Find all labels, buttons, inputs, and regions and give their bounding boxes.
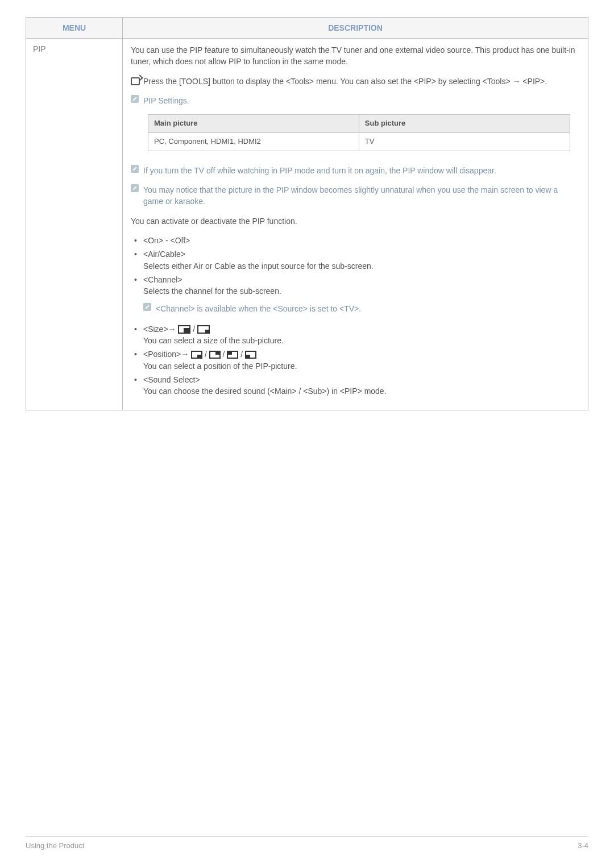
activate-text: You can activate or deactivate the PIP f… bbox=[131, 215, 580, 227]
footer-left: Using the Product bbox=[26, 841, 84, 850]
sub-picture-value: TV bbox=[359, 133, 570, 151]
sub-picture-header: Sub picture bbox=[359, 115, 570, 133]
note-tv-off-text: If you turn the TV off while watching in… bbox=[143, 165, 496, 176]
channel-sub-note: <Channel> is available when the <Source>… bbox=[131, 303, 580, 314]
channel-sub-note-text: <Channel> is available when the <Source>… bbox=[156, 303, 361, 314]
pip-settings-row: PIP Settings. bbox=[131, 95, 580, 106]
main-picture-value: PC, Component, HDMI1, HDMI2 bbox=[148, 133, 359, 151]
options-list-2: <Size>→ / You can select a size of the s… bbox=[131, 323, 580, 397]
footer-right: 3-4 bbox=[578, 841, 588, 850]
options-list: <On> - <Off> <Air/Cable> Selects either … bbox=[131, 235, 580, 297]
aircable-desc: Selects either Air or Cable as the input… bbox=[143, 261, 374, 271]
list-item: <Air/Cable> Selects either Air or Cable … bbox=[131, 248, 580, 272]
channel-title: <Channel> bbox=[143, 275, 182, 284]
tools-note-text: Press the [TOOLS] button to display the … bbox=[143, 77, 547, 86]
table-row: PIP You can use the PIP feature to simul… bbox=[26, 39, 588, 410]
list-item: <Size>→ / You can select a size of the s… bbox=[131, 323, 580, 347]
sound-select-title: <Sound Select> bbox=[143, 375, 200, 384]
onoff-label: <On> - <Off> bbox=[143, 236, 190, 245]
list-item: <Sound Select> You can choose the desire… bbox=[131, 374, 580, 397]
menu-cell: PIP bbox=[26, 39, 123, 410]
info-icon bbox=[131, 95, 139, 103]
note-tv-off: If you turn the TV off while watching in… bbox=[131, 165, 580, 176]
note-unnatural: You may notice that the picture in the P… bbox=[131, 184, 580, 207]
size-prefix: <Size>→ bbox=[143, 325, 176, 334]
position-prefix: <Position>→ bbox=[143, 350, 189, 359]
list-item: <Channel> Selects the channel for the su… bbox=[131, 274, 580, 297]
tools-icon bbox=[131, 77, 140, 85]
position-bottom-left-icon bbox=[245, 351, 256, 359]
info-icon bbox=[131, 165, 139, 173]
info-icon bbox=[143, 303, 151, 311]
size-desc: You can select a size of the sub-picture… bbox=[143, 336, 284, 345]
pip-settings-label: PIP Settings. bbox=[143, 95, 189, 106]
size-small-icon bbox=[197, 325, 210, 334]
info-icon bbox=[131, 184, 139, 192]
position-top-right-icon bbox=[209, 351, 221, 359]
note-unnatural-text: You may notice that the picture in the P… bbox=[143, 184, 580, 207]
col-menu-header: MENU bbox=[26, 18, 123, 39]
sound-select-desc: You can choose the desired sound (<Main>… bbox=[143, 387, 387, 396]
intro-paragraph: You can use the PIP feature to simultane… bbox=[131, 44, 580, 68]
channel-desc: Selects the channel for the sub-screen. bbox=[143, 286, 281, 296]
description-cell: You can use the PIP feature to simultane… bbox=[123, 39, 588, 410]
position-desc: You can select a position of the PIP-pic… bbox=[143, 362, 297, 371]
col-description-header: DESCRIPTION bbox=[123, 18, 588, 39]
aircable-title: <Air/Cable> bbox=[143, 250, 185, 259]
main-picture-header: Main picture bbox=[148, 115, 359, 133]
position-top-left-icon bbox=[227, 351, 238, 359]
table-row: PC, Component, HDMI1, HDMI2 TV bbox=[148, 133, 570, 151]
tools-note: Press the [TOOLS] button to display the … bbox=[131, 76, 580, 87]
menu-label: PIP bbox=[33, 44, 46, 53]
size-large-icon bbox=[178, 325, 190, 334]
menu-description-table: MENU DESCRIPTION PIP You can use the PIP… bbox=[26, 17, 588, 410]
list-item: <Position>→ / / / You can select a posit… bbox=[131, 348, 580, 372]
pip-picture-table: Main picture Sub picture PC, Component, … bbox=[148, 114, 570, 151]
position-bottom-right-icon bbox=[191, 351, 202, 359]
list-item: <On> - <Off> bbox=[131, 235, 580, 246]
page-footer: Using the Product 3-4 bbox=[26, 836, 588, 850]
